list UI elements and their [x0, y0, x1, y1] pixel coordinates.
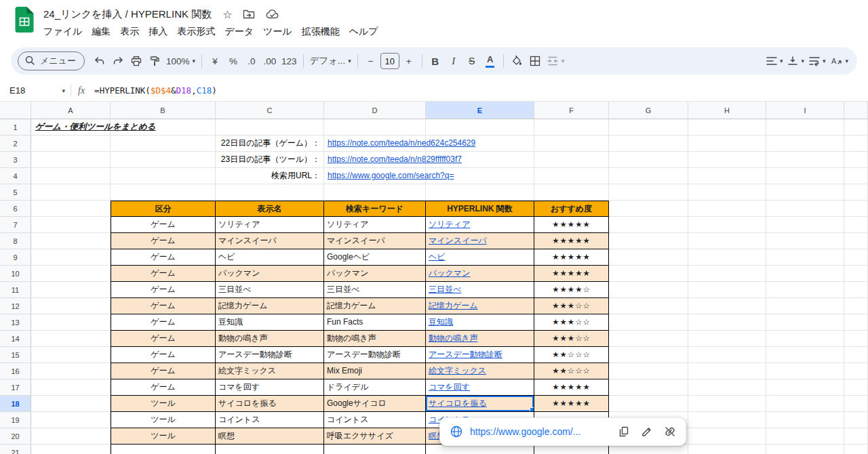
decrease-decimal-button[interactable]: .0 — [243, 51, 260, 70]
cell-C8[interactable]: マインスイーパ — [216, 233, 324, 249]
cell-D3[interactable]: https://note.com/teeda/n/n829fffff03f7 — [324, 152, 426, 168]
cell-I7[interactable] — [766, 217, 844, 233]
cell-I8[interactable] — [766, 233, 844, 249]
cell-G3[interactable] — [609, 152, 688, 168]
cell-I13[interactable] — [766, 314, 844, 331]
cell-D16[interactable]: Mix Emoji — [324, 363, 426, 379]
cell-G15[interactable] — [609, 347, 688, 363]
cell-I12[interactable] — [766, 298, 844, 314]
cell-I18[interactable] — [766, 396, 844, 412]
cell-G6[interactable] — [609, 201, 688, 217]
text-wrap-button[interactable]: ▾ — [807, 51, 828, 70]
menu-help[interactable]: ヘルプ — [344, 24, 383, 40]
row-header-4[interactable]: 4 — [0, 168, 31, 184]
menu-edit[interactable]: 編集 — [87, 24, 115, 40]
cell-F18[interactable]: ★★★★★ — [534, 396, 609, 412]
hyperlink-E9[interactable]: ヘビ — [429, 252, 446, 262]
formula-text[interactable]: =HYPERLINK($D$4&D18,C18) — [94, 85, 217, 96]
hyperlink-E15[interactable]: アースデー動物診断 — [429, 350, 502, 359]
cell-G12[interactable] — [609, 298, 688, 314]
cell-A19[interactable] — [31, 412, 111, 428]
cell-E14[interactable]: 動物の鳴き声 — [426, 331, 534, 347]
cell-C17[interactable]: コマを回す — [216, 379, 324, 396]
info-link-3[interactable]: https://note.com/teeda/n/n829fffff03f7 — [328, 152, 462, 167]
cell-C6[interactable]: 表示名 — [216, 201, 324, 217]
row-header-11[interactable]: 11 — [0, 282, 31, 298]
horizontal-align-button[interactable]: ▾ — [764, 51, 785, 70]
cell-I15[interactable] — [766, 347, 844, 363]
cell-H19[interactable] — [688, 412, 766, 428]
hyperlink-E12[interactable]: 記憶力ゲーム — [429, 301, 478, 310]
increase-decimal-button[interactable]: .00 — [261, 51, 279, 70]
column-header-B[interactable]: B — [111, 102, 216, 119]
font-size-input[interactable]: 10 — [380, 53, 399, 69]
cell-C3[interactable]: 23日目の記事（ツール）： — [216, 152, 324, 168]
hyperlink-E14[interactable]: 動物の鳴き声 — [429, 333, 478, 343]
hyperlink-E18[interactable]: サイコロを振る — [429, 398, 487, 408]
cell-E16[interactable]: 絵文字ミックス — [426, 363, 534, 379]
hyperlink-E8[interactable]: マインスイーパ — [429, 236, 487, 245]
menu-search-button[interactable]: メニュー — [18, 51, 85, 70]
cell-I6[interactable] — [766, 201, 844, 217]
cell-G21[interactable] — [609, 445, 688, 454]
hyperlink-E13[interactable]: 豆知識 — [429, 317, 453, 327]
percent-format-button[interactable]: % — [224, 51, 242, 70]
cell-F5[interactable] — [534, 184, 609, 201]
cell-H17[interactable] — [688, 379, 766, 396]
merge-cells-button[interactable]: ▾ — [545, 51, 567, 70]
cell-G10[interactable] — [609, 266, 688, 282]
cell-H15[interactable] — [688, 347, 766, 363]
cell-H18[interactable] — [688, 396, 766, 412]
cell-I5[interactable] — [766, 184, 844, 201]
cell-C15[interactable]: アースデー動物診断 — [216, 347, 324, 363]
font-select[interactable]: デフォ...▾ — [308, 51, 353, 70]
cell-B16[interactable]: ゲーム — [111, 363, 216, 379]
cell-D12[interactable]: 記憶力ゲーム — [324, 298, 426, 314]
cell-H20[interactable] — [688, 428, 766, 445]
cell-C12[interactable]: 記憶力ゲーム — [216, 298, 324, 314]
cell-H8[interactable] — [688, 233, 766, 249]
cell-E6[interactable]: HYPERLINK 関数 — [426, 201, 534, 217]
row-header-3[interactable]: 3 — [0, 152, 31, 168]
cell-D5[interactable] — [324, 184, 426, 201]
cell-H11[interactable] — [688, 282, 766, 298]
cell-F10[interactable]: ★★★★★ — [534, 266, 609, 282]
cell-I4[interactable] — [766, 168, 844, 184]
cell-E7[interactable]: ソリティア — [426, 217, 534, 233]
row-header-16[interactable]: 16 — [0, 363, 31, 379]
cell-A12[interactable] — [31, 298, 111, 314]
cell-H7[interactable] — [688, 217, 766, 233]
cell-D14[interactable]: 動物の鳴き声 — [324, 331, 426, 347]
cell-A6[interactable] — [31, 201, 111, 217]
cell-I3[interactable] — [766, 152, 844, 168]
cell-B11[interactable]: ゲーム — [111, 282, 216, 298]
cell-B10[interactable]: ゲーム — [111, 266, 216, 282]
cell-G5[interactable] — [609, 184, 688, 201]
cell-C4[interactable]: 検索用URL： — [216, 168, 324, 184]
cell-C7[interactable]: ソリティア — [216, 217, 324, 233]
text-rotation-button[interactable]: A▾ — [828, 51, 850, 70]
cell-D11[interactable]: 三目並べ — [324, 282, 426, 298]
cell-A2[interactable] — [31, 136, 111, 152]
hyperlink-E7[interactable]: ソリティア — [429, 220, 470, 229]
cell-H12[interactable] — [688, 298, 766, 314]
cell-G8[interactable] — [609, 233, 688, 249]
cell-B18[interactable]: ツール — [111, 396, 216, 412]
menu-tools[interactable]: ツール — [258, 24, 297, 40]
cell-B6[interactable]: 区分 — [111, 201, 216, 217]
cell-A21[interactable] — [31, 445, 111, 454]
paint-format-button[interactable] — [146, 51, 163, 70]
cell-G9[interactable] — [609, 249, 688, 266]
cell-G7[interactable] — [609, 217, 688, 233]
cell-C21[interactable] — [216, 445, 324, 454]
cell-D2[interactable]: https://note.com/teeda/n/ned624c254629 — [324, 136, 426, 152]
link-preview-url[interactable]: https://www.google.com/... — [470, 426, 607, 437]
cell-B21[interactable] — [111, 445, 216, 454]
menu-format[interactable]: 表示形式 — [172, 24, 220, 40]
info-link-4[interactable]: https://www.google.com/search?q= — [328, 168, 454, 184]
zoom-select[interactable]: 100%▾ — [164, 51, 197, 70]
cell-E9[interactable]: ヘビ — [426, 249, 534, 266]
cloud-status-icon[interactable] — [266, 9, 279, 20]
cell-B8[interactable]: ゲーム — [111, 233, 216, 249]
increase-font-size-button[interactable]: + — [400, 51, 418, 70]
